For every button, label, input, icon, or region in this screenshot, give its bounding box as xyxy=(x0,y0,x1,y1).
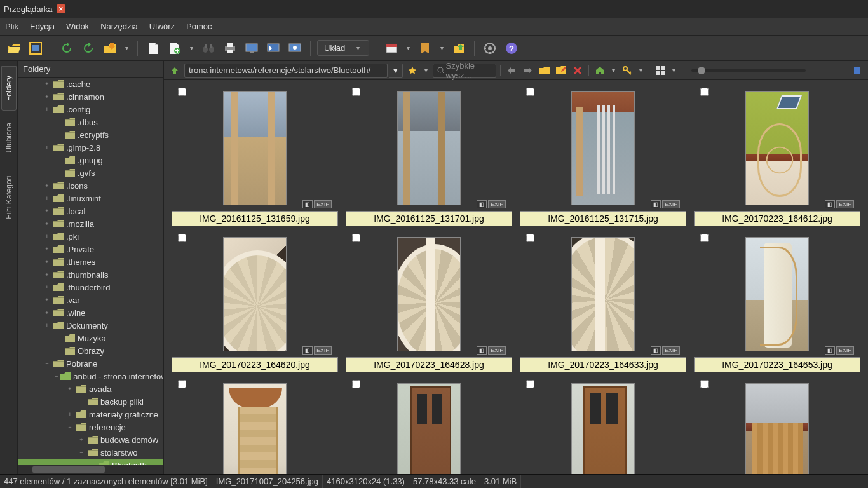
thumbnail-image[interactable] xyxy=(745,383,809,474)
up-arrow-icon[interactable] xyxy=(168,64,182,78)
expander-icon[interactable]: + xyxy=(43,106,51,112)
tree-node[interactable]: +.cinnamon xyxy=(18,90,163,103)
expander-icon[interactable]: − xyxy=(78,449,85,456)
thumbnail-cell[interactable]: ◧ EXIF IMG_20161125_131659.jpg xyxy=(172,85,338,226)
tree-node[interactable]: +.config xyxy=(18,103,163,116)
thumbnail-cell[interactable]: ◧ EXIF xyxy=(172,377,338,474)
expander-icon[interactable]: + xyxy=(43,284,51,290)
nav-forward-icon[interactable] xyxy=(521,64,535,78)
chevron-down-icon[interactable]: ▾ xyxy=(670,67,678,74)
horizontal-scrollbar[interactable] xyxy=(18,465,163,474)
expander-icon[interactable]: + xyxy=(43,259,51,265)
expander-icon[interactable]: − xyxy=(55,373,58,379)
home-icon[interactable] xyxy=(593,64,607,78)
thumbnail-cell[interactable]: ◧ EXIF IMG_20170223_164612.jpg xyxy=(694,85,860,226)
settings-icon[interactable] xyxy=(481,39,499,57)
nav-back-icon[interactable] xyxy=(505,64,519,78)
thumbnail-image[interactable] xyxy=(571,237,635,351)
tree-node[interactable]: .dbus xyxy=(18,116,163,128)
thumbnail-cell[interactable]: ◧ EXIF IMG_20170223_164628.jpg xyxy=(346,231,512,372)
tree-node[interactable]: +.var xyxy=(18,294,163,306)
tab-folders[interactable]: Foldery xyxy=(1,66,17,111)
delete-icon[interactable] xyxy=(571,64,585,78)
help-icon[interactable]: ? xyxy=(503,39,520,57)
thumbnail-image[interactable] xyxy=(571,383,635,474)
thumbnail-cell[interactable]: ◧ EXIF xyxy=(694,377,860,474)
tree-node[interactable]: +.mozilla xyxy=(18,217,163,230)
tree-node[interactable]: Muzyka xyxy=(18,332,163,344)
star-icon[interactable] xyxy=(405,64,419,78)
thumbnail-image[interactable] xyxy=(223,383,287,474)
thumbnail-cell[interactable]: ◧ EXIF IMG_20161125_131715.jpg xyxy=(520,85,686,226)
collapse-icon[interactable] xyxy=(850,64,864,78)
tree-node[interactable]: −referencje xyxy=(18,421,163,433)
chevron-down-icon[interactable]: ▾ xyxy=(609,67,618,74)
expander-icon[interactable]: + xyxy=(43,81,51,87)
expander-icon[interactable]: − xyxy=(43,360,51,367)
tab-category-filter[interactable]: Filtr Kategorii xyxy=(1,165,17,229)
expander-icon[interactable]: + xyxy=(43,182,51,189)
expander-icon[interactable]: + xyxy=(43,208,51,214)
tree-node[interactable]: .ecryptfs xyxy=(18,128,163,141)
tree-node[interactable]: backup pliki xyxy=(18,395,163,408)
screen1-icon[interactable] xyxy=(243,39,261,57)
thumbnail-cell[interactable]: ◧ EXIF IMG_20170223_164653.jpg xyxy=(694,231,860,372)
path-chevron-icon[interactable]: ▾ xyxy=(389,64,403,78)
expander-icon[interactable]: + xyxy=(78,437,85,443)
thumbnail-grid[interactable]: ◧ EXIF IMG_20161125_131659.jpg ◧ EXIF IM… xyxy=(164,80,868,474)
chevron-down-icon[interactable]: ▾ xyxy=(404,44,412,51)
menu-view[interactable]: Widok xyxy=(66,22,89,31)
expander-icon[interactable]: + xyxy=(43,233,51,240)
export2-icon[interactable] xyxy=(450,39,468,57)
close-icon[interactable]: ✕ xyxy=(57,4,65,13)
tree-node[interactable]: +.linuxmint xyxy=(18,192,163,205)
tree-node[interactable]: Obrazy xyxy=(18,344,163,357)
expander-icon[interactable]: + xyxy=(43,195,51,201)
tree-node[interactable]: Bluetooth xyxy=(18,459,163,465)
tab-favorites[interactable]: Ulubione xyxy=(1,113,17,162)
book-icon[interactable] xyxy=(416,39,434,57)
expander-icon[interactable]: + xyxy=(43,271,51,278)
tree-node[interactable]: +budowa domów xyxy=(18,433,163,446)
binoculars-icon[interactable] xyxy=(200,39,217,57)
tree-node[interactable]: +.local xyxy=(18,205,163,217)
expander-icon[interactable]: + xyxy=(43,246,51,252)
tree-node[interactable]: +.cache xyxy=(18,78,163,90)
folder-tree[interactable]: +.cache+.cinnamon+.config.dbus.ecryptfs+… xyxy=(18,78,163,465)
expander-icon[interactable]: + xyxy=(43,297,51,303)
tree-node[interactable]: .gvfs xyxy=(18,166,163,179)
print-icon[interactable] xyxy=(221,39,239,57)
stop-icon[interactable] xyxy=(101,39,119,57)
expander-icon[interactable]: + xyxy=(43,144,51,151)
tree-node[interactable]: +.pki xyxy=(18,230,163,243)
expander-icon[interactable]: + xyxy=(66,411,74,417)
thumbnail-image[interactable] xyxy=(397,237,461,351)
thumbnail-cell[interactable]: ◧ EXIF IMG_20161125_131701.jpg xyxy=(346,85,512,226)
tree-node[interactable]: +avada xyxy=(18,383,163,395)
thumbnail-cell[interactable]: ◧ EXIF xyxy=(346,377,512,474)
folder-icon[interactable] xyxy=(538,64,552,78)
screen3-icon[interactable] xyxy=(286,39,304,57)
grid-view-icon[interactable] xyxy=(653,64,667,78)
thumbnail-image[interactable] xyxy=(745,237,809,351)
refresh-cw-icon[interactable] xyxy=(79,39,97,57)
tree-node[interactable]: +materiały graficzne xyxy=(18,408,163,421)
expander-icon[interactable]: + xyxy=(43,322,51,329)
expander-icon[interactable]: + xyxy=(66,386,74,392)
thumbnail-image[interactable] xyxy=(397,91,461,205)
expander-icon[interactable]: + xyxy=(43,220,51,227)
tree-node[interactable]: −stolarstwo xyxy=(18,446,163,459)
tree-node[interactable]: −anbud - strona internetowa xyxy=(18,370,163,383)
tree-node[interactable]: +Dokumenty xyxy=(18,319,163,332)
screen2-icon[interactable] xyxy=(264,39,282,57)
refresh-ccw-icon[interactable] xyxy=(58,39,76,57)
chevron-down-icon[interactable]: ▾ xyxy=(187,44,196,51)
thumbnail-image[interactable] xyxy=(745,91,809,205)
open-icon[interactable] xyxy=(5,39,23,57)
expander-icon[interactable]: − xyxy=(66,424,74,430)
thumbnail-image[interactable] xyxy=(397,383,461,474)
chevron-down-icon[interactable]: ▾ xyxy=(637,67,645,74)
tree-node[interactable]: +.Private xyxy=(18,243,163,255)
layout-dropdown[interactable]: Układ ▾ xyxy=(317,40,369,56)
thumbnail-cell[interactable]: ◧ EXIF IMG_20170223_164620.jpg xyxy=(172,231,338,372)
